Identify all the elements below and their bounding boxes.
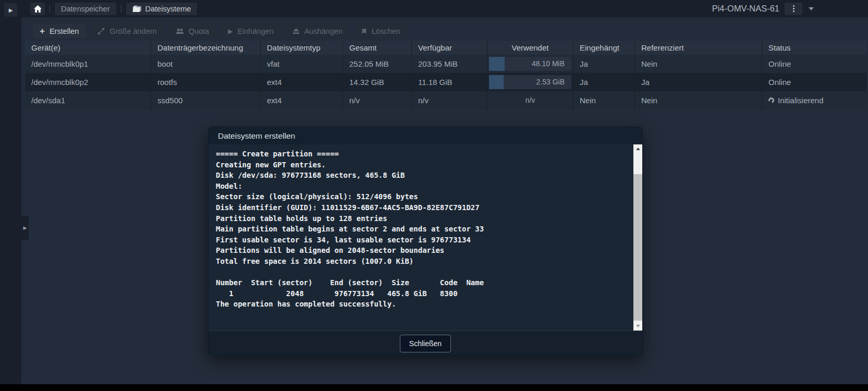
cell-device: /dev/mmcblk0p1 [25, 55, 151, 73]
create-button[interactable]: + Erstellen [33, 24, 85, 38]
chevron-down-icon [809, 7, 814, 10]
cell-total: n/v [343, 91, 412, 109]
column-header-fstype[interactable]: Dateisystemtyp [261, 41, 343, 55]
spinner-icon [767, 96, 775, 104]
cell-available: n/v [412, 91, 487, 109]
dialog-footer: Schließen [209, 331, 642, 356]
usage-bar: 2.53 GiB [489, 75, 571, 89]
sidebar-toggle-button[interactable]: ▶ [4, 3, 17, 17]
scrollbar-down-button[interactable] [633, 322, 642, 331]
left-sidebar-strip: ▶ [0, 0, 21, 384]
table-row[interactable]: /dev/sda1 ssd500 ext4 n/v n/v n/v Nein N… [25, 91, 867, 109]
dialog-header: Dateisystem erstellen [209, 127, 642, 144]
cell-total: 252.05 MiB [343, 55, 412, 73]
mount-button[interactable]: ▶ Einhängen [221, 24, 280, 38]
cell-label: boot [151, 55, 261, 73]
filesystem-toolbar: + Erstellen Größe ändern Quota ▶ Einhäng… [33, 24, 407, 38]
cell-total: 14.32 GiB [343, 73, 412, 91]
column-header-referenced[interactable]: Referenziert [635, 41, 762, 55]
filesystems-table: Gerät(e) Datenträgerbezeichnung Dateisys… [25, 41, 867, 109]
usage-bar-text: 2.53 GiB [536, 75, 565, 89]
column-header-status[interactable]: Status [762, 41, 867, 55]
close-button[interactable]: Schließen [400, 335, 451, 352]
home-icon [34, 5, 42, 13]
menu-kebab-button[interactable] [785, 3, 802, 15]
breadcrumb-label: Dateisysteme [145, 5, 191, 13]
table-header-row: Gerät(e) Datenträgerbezeichnung Dateisys… [25, 41, 867, 55]
scrollbar-thumb[interactable] [633, 174, 642, 321]
button-label: Aushängen [304, 27, 343, 35]
terminal-output: ===== Create partition ===== Creating ne… [216, 149, 626, 310]
cell-referenced: Ja [635, 73, 762, 91]
chevron-right-icon: ▶ [23, 225, 27, 230]
scrollbar-up-button[interactable] [633, 144, 642, 153]
cell-status: Online [762, 55, 867, 73]
table-body: /dev/mmcblk0p1 boot vfat 252.05 MiB 203.… [25, 55, 867, 109]
x-icon: ✖ [361, 27, 367, 35]
cell-device: /dev/sda1 [25, 91, 151, 109]
home-button[interactable] [30, 3, 45, 15]
dialog-body: ===== Create partition ===== Creating ne… [209, 144, 642, 331]
resize-button[interactable]: Größe ändern [91, 24, 163, 38]
hostname-label: Pi4-OMV-NAS-61 [712, 4, 779, 14]
scrollbar[interactable] [633, 144, 642, 331]
button-label: Löschen [372, 27, 400, 35]
cell-label: rootfs [151, 73, 261, 91]
top-bar: Datenspeicher Dateisysteme Pi4-OMV-NAS-6… [0, 0, 868, 17]
cell-status: Initialisierend [762, 91, 867, 109]
usage-bar-text: 48.10 MiB [532, 57, 565, 71]
create-filesystem-dialog: Dateisystem erstellen ===== Create parti… [208, 127, 643, 356]
cell-mounted: Nein [573, 91, 635, 109]
unmount-button[interactable]: Aushängen [286, 24, 349, 38]
cell-mounted: Ja [573, 73, 635, 91]
column-header-available[interactable]: Verfügbar [412, 41, 487, 55]
usage-bar-fill [489, 57, 505, 71]
breadcrumb-label: Datenspeicher [61, 5, 110, 13]
column-header-label[interactable]: Datenträgerbezeichnung [151, 41, 261, 55]
column-header-used[interactable]: Verwendet [487, 41, 573, 55]
plus-icon: + [40, 27, 45, 35]
status-text: Initialisierend [778, 91, 824, 109]
user-dropdown-button[interactable] [803, 3, 819, 15]
button-label: Einhängen [237, 27, 273, 35]
quota-button[interactable]: Quota [169, 24, 216, 38]
arrow-down-icon [636, 325, 640, 327]
chevron-right-icon: ▶ [9, 7, 13, 13]
cell-referenced: Nein [635, 91, 762, 109]
column-header-total[interactable]: Gesamt [343, 41, 412, 55]
eject-icon [292, 28, 300, 34]
status-text: Online [768, 73, 791, 91]
column-header-device[interactable]: Gerät(e) [25, 41, 151, 55]
cell-used: 48.10 MiB [487, 55, 573, 73]
cell-label: ssd500 [151, 91, 261, 109]
cell-available: 11.18 GiB [412, 73, 487, 91]
status-text: Online [768, 55, 791, 73]
arrow-up-icon [636, 148, 640, 150]
cell-used: 2.53 GiB [487, 73, 573, 91]
usage-bar: 48.10 MiB [489, 57, 571, 71]
breadcrumb-datenspeicher[interactable]: Datenspeicher [55, 3, 116, 15]
terminal-panel: ===== Create partition ===== Creating ne… [209, 144, 633, 331]
sidebar-expand-handle[interactable]: ▶ [21, 216, 29, 240]
cell-available: 203.95 MiB [412, 55, 487, 73]
button-label: Größe ändern [109, 27, 156, 35]
cell-device: /dev/mmcblk0p2 [25, 73, 151, 91]
breadcrumb-separator [50, 5, 50, 13]
users-icon [176, 28, 184, 34]
dialog-title: Dateisystem erstellen [218, 131, 295, 141]
delete-button[interactable]: ✖ Löschen [354, 24, 407, 38]
column-header-mounted[interactable]: Eingehängt [573, 41, 635, 55]
kebab-icon [793, 5, 794, 12]
usage-bar: n/v [489, 93, 571, 107]
button-label: Erstellen [50, 27, 79, 35]
usage-bar-fill [489, 75, 504, 89]
button-label: Quota [189, 27, 210, 35]
cell-mounted: Ja [573, 55, 635, 73]
breadcrumb-dateisysteme[interactable]: Dateisysteme [126, 3, 198, 15]
cell-fstype: vfat [261, 55, 343, 73]
cell-fstype: ext4 [261, 73, 343, 91]
table-row[interactable]: /dev/mmcblk0p2 rootfs ext4 14.32 GiB 11.… [25, 73, 867, 91]
usage-bar-text: n/v [489, 93, 571, 107]
table-row[interactable]: /dev/mmcblk0p1 boot vfat 252.05 MiB 203.… [25, 55, 867, 73]
folders-icon [132, 5, 141, 12]
